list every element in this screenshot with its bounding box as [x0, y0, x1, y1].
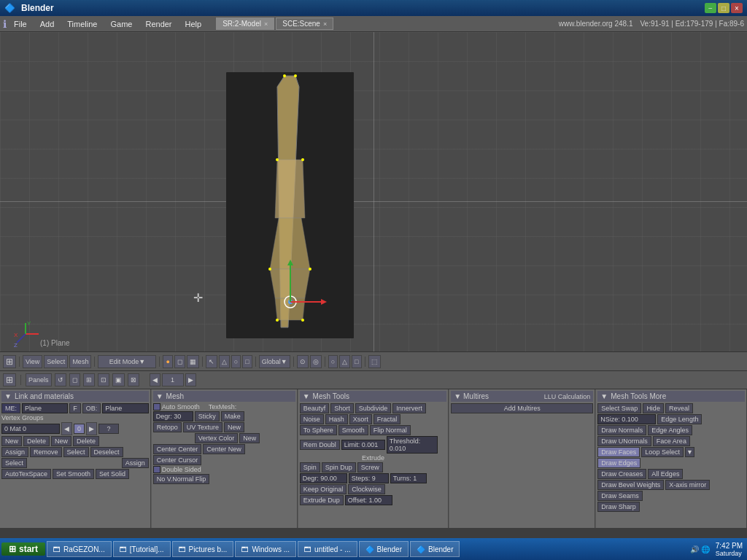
view3d-btn[interactable]: ⬚: [368, 355, 381, 368]
draw-normals-btn[interactable]: Draw Normals: [597, 425, 646, 435]
deselect-btn[interactable]: Deselect: [90, 447, 123, 457]
new-uv-btn[interactable]: New: [224, 422, 244, 432]
turns-input[interactable]: Turns: 1: [390, 473, 427, 483]
proportional-btn[interactable]: ○: [328, 355, 338, 368]
subdivide-btn[interactable]: Subdivide: [355, 403, 392, 413]
clockwise-btn[interactable]: Clockwise: [348, 484, 385, 494]
hide-btn[interactable]: Hide: [643, 403, 664, 413]
taskbar-pictures[interactable]: 🗔 Pictures b...: [172, 541, 234, 557]
view-menu[interactable]: View: [23, 355, 42, 368]
global-select[interactable]: Global▼: [259, 355, 290, 368]
degr-input[interactable]: Degr: 30: [153, 411, 193, 421]
draw-creases-btn[interactable]: Draw Creases: [597, 469, 646, 479]
threshold-input[interactable]: Threshold: 0.010: [387, 436, 438, 454]
prop1-btn[interactable]: △: [219, 355, 230, 368]
ob-value[interactable]: Plane: [102, 403, 148, 413]
panels-icon5[interactable]: ⊠: [128, 373, 139, 386]
panels-icon4[interactable]: ▣: [112, 373, 125, 386]
no-v-normal-flip-btn[interactable]: No V.Normal Flip: [153, 474, 210, 484]
add-multires-btn[interactable]: Add Multires: [451, 403, 593, 413]
mat0-select[interactable]: 0: [74, 424, 85, 434]
select-btn2[interactable]: Select: [1, 458, 27, 468]
assign-btn[interactable]: Assign: [1, 447, 28, 457]
tab-sr2-model[interactable]: SR:2-Model ×: [216, 18, 274, 30]
tab-close-sce[interactable]: ×: [323, 20, 327, 28]
draw-bevel-weights-btn[interactable]: Draw Bevel Weights: [597, 480, 664, 490]
close-button[interactable]: ×: [731, 3, 743, 13]
set-solid-btn[interactable]: Set Solid: [96, 469, 129, 479]
remove-btn[interactable]: Remove: [30, 447, 62, 457]
mesh-menu[interactable]: Mesh: [69, 355, 91, 368]
face-mode-btn[interactable]: ▦: [187, 355, 199, 368]
viewport[interactable]: ✛ X Y Z (1) Plane ⊞ View Select Mesh Edi…: [0, 32, 747, 370]
vertex-color-btn[interactable]: Vertex Color: [195, 433, 239, 443]
screw-btn[interactable]: Screw: [357, 462, 383, 472]
draw-seams-btn[interactable]: Draw Seams: [597, 491, 643, 501]
mat0-extra[interactable]: ?: [98, 424, 119, 434]
menu-file[interactable]: File: [8, 18, 33, 30]
vertex-mode-btn[interactable]: ●: [163, 355, 172, 368]
delete-btn[interactable]: Delete: [23, 436, 50, 446]
magnet-icon[interactable]: ◎: [310, 355, 322, 368]
taskbar-rageon[interactable]: 🗔 RaGEZON...: [47, 541, 112, 557]
mat0-left[interactable]: ◀: [61, 422, 72, 435]
make-btn[interactable]: Make: [221, 411, 244, 421]
face-area-btn[interactable]: Face Area: [653, 436, 690, 446]
edge-length-btn[interactable]: Edge Length: [657, 414, 702, 424]
center-new-btn[interactable]: Center New: [203, 444, 245, 454]
mat0-right[interactable]: ▶: [86, 422, 97, 435]
menu-add[interactable]: Add: [34, 18, 61, 30]
mode-select[interactable]: Edit Mode ▼: [98, 355, 156, 368]
delete-btn2[interactable]: Delete: [73, 436, 99, 446]
select-btn[interactable]: Select: [63, 447, 89, 457]
hash-btn[interactable]: Hash: [325, 414, 348, 424]
reveal-btn[interactable]: Reveal: [665, 403, 693, 413]
select-swap-btn[interactable]: Select Swap: [597, 403, 641, 413]
prop2-btn[interactable]: ○: [231, 355, 241, 368]
new-btn2[interactable]: New: [51, 436, 71, 446]
set-smooth-btn[interactable]: Set Smooth: [53, 469, 94, 479]
select-menu[interactable]: Select: [44, 355, 68, 368]
panels-icon3[interactable]: ⊡: [98, 373, 109, 386]
menu-render[interactable]: Render: [139, 18, 177, 30]
x-axis-mirror-btn[interactable]: X-axis mirror: [665, 480, 710, 490]
cursor-icon[interactable]: ↖: [206, 355, 217, 368]
xsort-btn[interactable]: Xsort: [349, 414, 372, 424]
fractal-btn[interactable]: Fractal: [374, 414, 401, 424]
rem-doubl-btn[interactable]: Rem Doubl: [300, 440, 340, 450]
flip-normal-btn[interactable]: Flip Normal: [370, 425, 411, 435]
steps-input[interactable]: Steps: 9: [349, 473, 389, 483]
draw-edges-btn[interactable]: Draw Edges: [597, 458, 640, 468]
panels-icon1[interactable]: ◻: [69, 373, 80, 386]
page-prev-btn[interactable]: ◀: [150, 373, 160, 386]
mat0-input[interactable]: 0 Mat 0: [1, 424, 60, 434]
to-sphere-btn[interactable]: To Sphere: [300, 425, 337, 435]
extrude-dup-btn[interactable]: Extrude Dup: [300, 495, 344, 505]
start-button[interactable]: ⊞ start: [1, 542, 45, 556]
retopo-btn[interactable]: Retopo: [153, 422, 182, 432]
minimize-button[interactable]: −: [705, 3, 716, 13]
innervert-btn[interactable]: Innervert: [392, 403, 426, 413]
double-sided-checkbox[interactable]: [153, 466, 160, 473]
tab-sce-scene[interactable]: SCE:Scene ×: [276, 18, 333, 30]
keep-original-btn[interactable]: Keep Original: [300, 484, 347, 494]
spin-dup-btn[interactable]: Spin Dup: [322, 462, 356, 472]
draw-sharp-btn[interactable]: Draw Sharp: [597, 502, 640, 512]
loop-select-btn[interactable]: Loop Select: [641, 447, 684, 457]
taskbar-blender2[interactable]: 🔷 Blender: [410, 541, 460, 557]
draw-faces-btn[interactable]: Draw Faces: [597, 447, 640, 457]
smooth-btn[interactable]: Smooth: [338, 425, 368, 435]
limit-input[interactable]: Limit: 0.001: [341, 440, 385, 450]
me-value[interactable]: Plane: [22, 403, 68, 413]
mirror-btn[interactable]: △: [339, 355, 350, 368]
menu-help[interactable]: Help: [179, 18, 208, 30]
assign-btn2[interactable]: Assign: [122, 458, 149, 468]
occlude-btn[interactable]: □: [352, 355, 361, 368]
menu-timeline[interactable]: Timeline: [61, 18, 103, 30]
menu-game[interactable]: Game: [104, 18, 138, 30]
degr90-input[interactable]: Degr: 90.00: [300, 473, 347, 483]
sticky-btn[interactable]: Sticky: [195, 411, 220, 421]
page-next-btn[interactable]: ▶: [185, 373, 196, 386]
taskbar-windows[interactable]: 🗔 Windows ...: [235, 541, 296, 557]
loop-select-dropdown[interactable]: ▼: [685, 447, 694, 457]
